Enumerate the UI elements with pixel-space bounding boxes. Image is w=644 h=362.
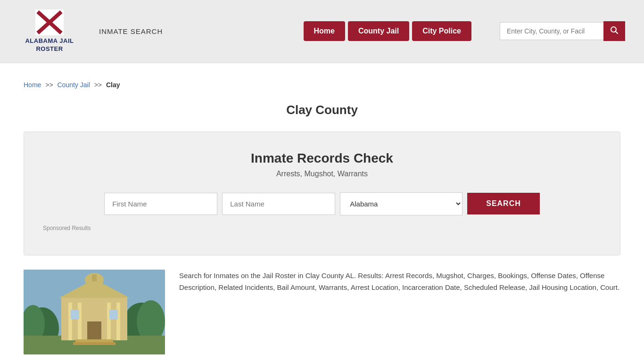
home-nav-button[interactable]: Home: [304, 21, 345, 41]
main-nav: Home County Jail City Police: [304, 21, 472, 41]
building-image: [24, 270, 165, 354]
header: ALABAMA JAIL ROSTER INMATE SEARCH Home C…: [0, 0, 644, 63]
alabama-flag-icon: [35, 9, 64, 35]
svg-rect-22: [75, 339, 113, 342]
search-icon: [610, 26, 619, 34]
svg-rect-18: [116, 303, 120, 340]
logo-area: ALABAMA JAIL ROSTER: [19, 9, 80, 53]
building-illustration: [24, 270, 165, 354]
svg-rect-20: [71, 310, 79, 319]
page-title: Clay County: [24, 103, 620, 117]
svg-rect-15: [68, 303, 72, 340]
state-select[interactable]: AlabamaAlaskaArizonaArkansasCaliforniaCo…: [340, 192, 462, 215]
breadcrumb-sep2: >>: [94, 81, 102, 89]
main-content: Home >> County Jail >> Clay Clay County …: [0, 63, 644, 362]
city-police-nav-button[interactable]: City Police: [412, 21, 471, 41]
county-jail-nav-button[interactable]: County Jail: [348, 21, 409, 41]
header-search-input[interactable]: [500, 22, 603, 40]
breadcrumb-current: Clay: [106, 81, 120, 89]
inmate-search-label: INMATE SEARCH: [99, 27, 163, 35]
last-name-input[interactable]: [222, 193, 335, 215]
svg-line-4: [616, 32, 618, 34]
records-title: Inmate Records Check: [43, 151, 601, 166]
breadcrumb-county-jail-link[interactable]: County Jail: [58, 81, 90, 89]
header-search-area: [500, 21, 625, 41]
svg-rect-23: [73, 342, 116, 345]
inmate-search-button[interactable]: SEARCH: [467, 193, 540, 214]
breadcrumb-home-link[interactable]: Home: [24, 81, 41, 89]
records-box: Inmate Records Check Arrests, Mugshot, W…: [24, 132, 620, 255]
header-search-button[interactable]: [603, 21, 625, 41]
bottom-section: Search for Inmates on the Jail Roster in…: [24, 270, 620, 362]
svg-rect-14: [92, 274, 97, 281]
inmate-search-form: AlabamaAlaskaArizonaArkansasCaliforniaCo…: [43, 192, 601, 215]
svg-rect-17: [107, 303, 111, 340]
sponsored-label: Sponsored Results: [43, 225, 601, 231]
breadcrumb-sep1: >>: [45, 81, 53, 89]
svg-rect-16: [78, 303, 82, 340]
svg-rect-21: [109, 310, 118, 319]
logo-text: ALABAMA JAIL ROSTER: [19, 37, 80, 53]
description-text: Search for Inmates on the Jail Roster in…: [179, 270, 620, 294]
svg-rect-19: [87, 321, 101, 340]
breadcrumb: Home >> County Jail >> Clay: [24, 73, 620, 93]
records-subtitle: Arrests, Mugshot, Warrants: [43, 170, 601, 178]
first-name-input[interactable]: [104, 193, 217, 215]
